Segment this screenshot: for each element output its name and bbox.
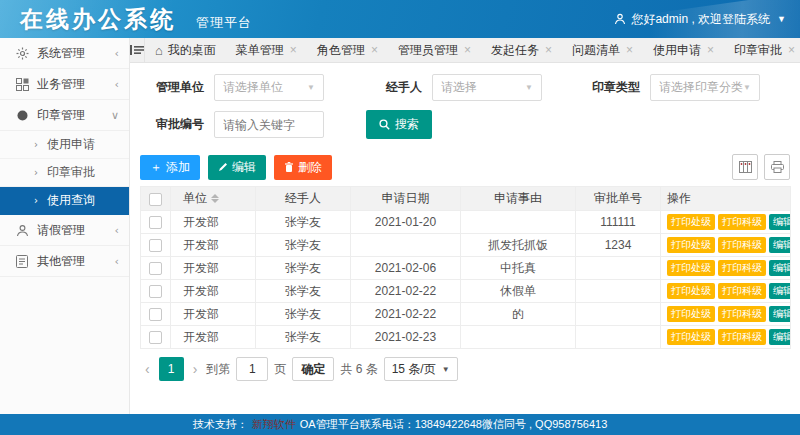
- handler-filter-label: 经手人: [364, 79, 422, 96]
- page-number-current[interactable]: 1: [159, 357, 184, 381]
- row-action-编辑[interactable]: 编辑: [769, 306, 791, 322]
- tab-发起任务[interactable]: 发起任务×: [481, 38, 562, 62]
- row-action-编辑[interactable]: 编辑: [769, 214, 791, 230]
- user-icon: [15, 223, 29, 237]
- row-action-打印处级[interactable]: 打印处级: [667, 237, 715, 253]
- tab-角色管理[interactable]: 角色管理×: [307, 38, 388, 62]
- cell-date: 2021-01-20: [351, 211, 461, 234]
- search-button[interactable]: 搜索: [366, 110, 432, 139]
- edit-button-label: 编辑: [232, 159, 256, 176]
- sidebar-item-印章管理[interactable]: 印章管理∨: [0, 100, 129, 131]
- next-page-icon[interactable]: ›: [190, 361, 201, 377]
- row-checkbox[interactable]: [149, 308, 162, 321]
- table-row: 开发部张学友2021-01-20111111打印处级打印科级编辑: [141, 211, 791, 234]
- row-action-编辑[interactable]: 编辑: [769, 260, 791, 276]
- close-icon[interactable]: ×: [371, 43, 378, 57]
- table-row: 开发部张学友2021-02-22的打印处级打印科级编辑: [141, 303, 791, 326]
- row-action-打印科级[interactable]: 打印科级: [718, 329, 766, 345]
- cell-unit: 开发部: [171, 234, 256, 257]
- row-checkbox[interactable]: [149, 262, 162, 275]
- handler-select[interactable]: 请选择 ▼: [432, 74, 542, 101]
- tab-管理员管理[interactable]: 管理员管理×: [388, 38, 481, 62]
- user-menu[interactable]: 您好admin , 欢迎登陆系统 ▼: [614, 11, 786, 28]
- sidebar-subitem-使用查询[interactable]: ›使用查询: [0, 187, 129, 215]
- footer-contact: OA管理平台联系电话：13849422648微信同号 , QQ958756413: [300, 417, 608, 432]
- goto-confirm-button[interactable]: 确定: [292, 357, 334, 381]
- row-action-打印处级[interactable]: 打印处级: [667, 260, 715, 276]
- row-action-打印处级[interactable]: 打印处级: [667, 329, 715, 345]
- row-action-编辑[interactable]: 编辑: [769, 283, 791, 299]
- row-action-打印科级[interactable]: 打印科级: [718, 283, 766, 299]
- column-header-申请事由: 申请事由: [461, 187, 576, 211]
- tab-我的桌面[interactable]: ⌂我的桌面: [145, 38, 226, 62]
- tab-菜单管理[interactable]: 菜单管理×: [226, 38, 307, 62]
- add-button[interactable]: ＋ 添加: [140, 155, 200, 180]
- row-action-打印处级[interactable]: 打印处级: [667, 306, 715, 322]
- row-checkbox[interactable]: [149, 285, 162, 298]
- row-action-打印处级[interactable]: 打印处级: [667, 283, 715, 299]
- row-checkbox[interactable]: [149, 239, 162, 252]
- close-icon[interactable]: ×: [545, 43, 552, 57]
- tab-label: 管理员管理: [398, 42, 458, 59]
- collapse-menu-icon[interactable]: [130, 38, 145, 62]
- row-action-打印科级[interactable]: 打印科级: [718, 260, 766, 276]
- goto-label: 到第: [206, 361, 230, 378]
- column-header-操作: 操作: [661, 187, 791, 211]
- row-checkbox[interactable]: [149, 331, 162, 344]
- print-icon[interactable]: [764, 154, 790, 180]
- filter-panel: 管理单位 请选择单位 ▼ 经手人 请选择 ▼: [130, 63, 800, 150]
- sidebar-subitem-使用申请[interactable]: ›使用申请: [0, 131, 129, 159]
- cell-handler: 张学友: [256, 326, 351, 349]
- edit-button[interactable]: 编辑: [208, 155, 266, 180]
- sidebar-item-业务管理[interactable]: 业务管理‹: [0, 69, 129, 100]
- approval-no-input[interactable]: [214, 111, 324, 138]
- close-icon[interactable]: ×: [788, 43, 795, 57]
- chevron-left-icon: ‹: [115, 255, 119, 268]
- tab-印章审批[interactable]: 印章审批×: [724, 38, 800, 62]
- sidebar-item-其他管理[interactable]: 其他管理‹: [0, 246, 129, 277]
- close-icon[interactable]: ×: [290, 43, 297, 57]
- row-select-cell: [141, 280, 171, 303]
- row-action-打印科级[interactable]: 打印科级: [718, 237, 766, 253]
- delete-button-label: 删除: [298, 159, 322, 176]
- sidebar-item-系统管理[interactable]: 系统管理‹: [0, 38, 129, 69]
- sidebar-item-label: 请假管理: [37, 222, 115, 239]
- cell-actions: 打印处级打印科级编辑: [661, 326, 791, 349]
- handler-select-value: 请选择: [441, 79, 477, 96]
- sidebar-item-label: 印章管理: [37, 107, 111, 124]
- cell-handler: 张学友: [256, 234, 351, 257]
- unit-select[interactable]: 请选择单位 ▼: [214, 74, 324, 101]
- row-action-打印处级[interactable]: 打印处级: [667, 214, 715, 230]
- seal-type-select[interactable]: 请选择印章分类 ▼: [650, 74, 760, 101]
- tab-问题清单[interactable]: 问题清单×: [562, 38, 643, 62]
- tab-使用申请[interactable]: 使用申请×: [643, 38, 724, 62]
- page-size-select[interactable]: 15 条/页 ▼: [384, 357, 458, 381]
- row-action-编辑[interactable]: 编辑: [769, 237, 791, 253]
- row-action-打印科级[interactable]: 打印科级: [718, 214, 766, 230]
- goto-page-input[interactable]: [236, 357, 268, 381]
- select-all-checkbox[interactable]: [149, 193, 162, 206]
- row-action-编辑[interactable]: 编辑: [769, 329, 791, 345]
- user-greeting: 您好admin , 欢迎登陆系统: [631, 11, 770, 28]
- page-label: 页: [274, 361, 286, 378]
- close-icon[interactable]: ×: [464, 43, 471, 57]
- sidebar-item-请假管理[interactable]: 请假管理‹: [0, 215, 129, 246]
- sidebar: 系统管理‹业务管理‹印章管理∨›使用申请›印章审批›使用查询请假管理‹其他管理‹: [0, 38, 130, 414]
- close-icon[interactable]: ×: [707, 43, 714, 57]
- seal-type-filter-label: 印章类型: [582, 79, 640, 96]
- cell-approval-no: 1234: [576, 234, 661, 257]
- sidebar-subitem-印章审批[interactable]: ›印章审批: [0, 159, 129, 187]
- tab-label: 我的桌面: [168, 42, 216, 59]
- column-header-单位: 单位: [171, 187, 256, 211]
- columns-toggle-icon[interactable]: [732, 154, 758, 180]
- prev-page-icon[interactable]: ‹: [142, 361, 153, 377]
- row-action-打印科级[interactable]: 打印科级: [718, 306, 766, 322]
- sort-icon[interactable]: [211, 194, 219, 203]
- close-icon[interactable]: ×: [626, 43, 633, 57]
- row-select-cell: [141, 326, 171, 349]
- cell-reason: 的: [461, 303, 576, 326]
- cell-reason: [461, 211, 576, 234]
- delete-button[interactable]: 删除: [274, 155, 332, 180]
- table-row: 开发部张学友抓发托抓饭1234打印处级打印科级编辑: [141, 234, 791, 257]
- row-checkbox[interactable]: [149, 216, 162, 229]
